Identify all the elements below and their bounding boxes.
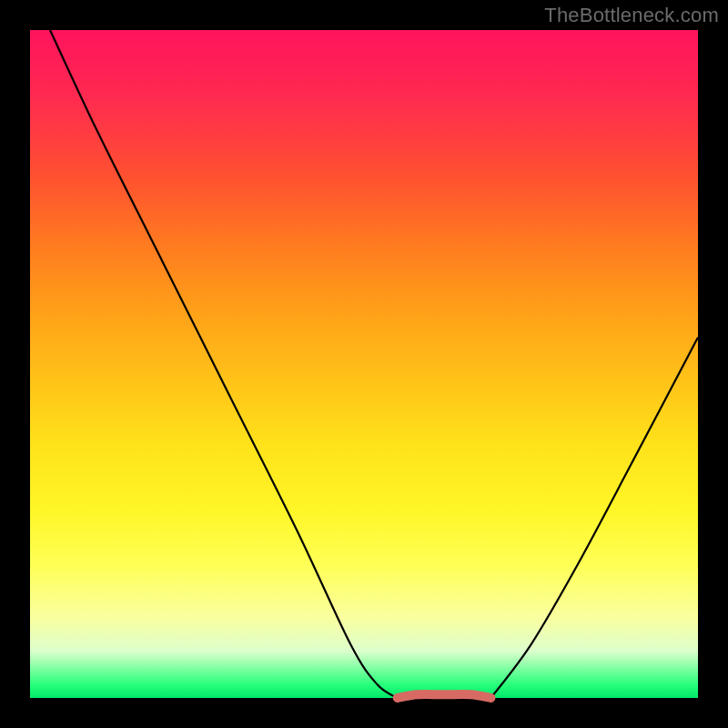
- chart-canvas: TheBottleneck.com: [0, 0, 728, 728]
- line-left-curve: [50, 30, 398, 698]
- watermark-text: TheBottleneck.com: [544, 4, 719, 27]
- line-right-curve: [490, 338, 698, 698]
- plot-area: [30, 30, 698, 698]
- line-saddle: [398, 694, 491, 698]
- chart-lines: [30, 30, 698, 698]
